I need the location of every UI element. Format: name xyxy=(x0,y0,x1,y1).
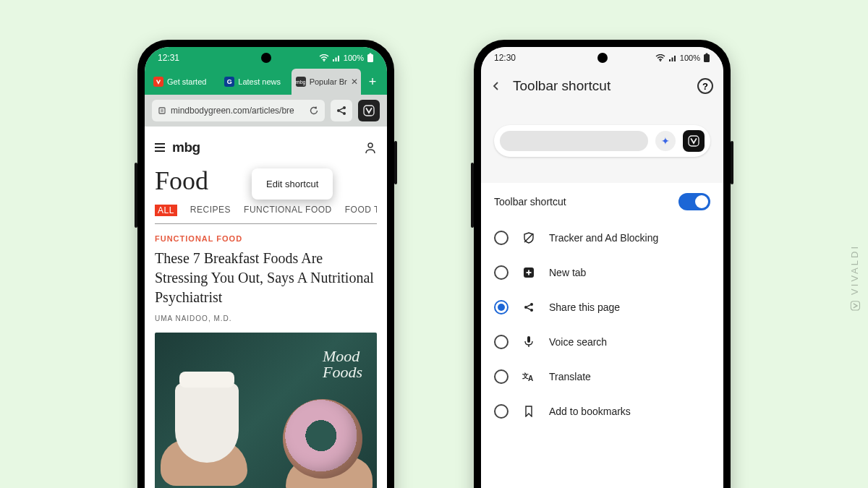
share-button[interactable] xyxy=(331,100,352,121)
tab-get-started[interactable]: Get started xyxy=(149,69,218,95)
svg-line-10 xyxy=(340,111,344,114)
svg-text:A: A xyxy=(528,374,533,382)
mbg-favicon: mbg xyxy=(296,77,306,87)
svg-rect-15 xyxy=(706,53,708,55)
reload-icon[interactable] xyxy=(309,106,319,116)
bookmark-icon xyxy=(522,406,536,417)
tab-strip: Get started G Latest news mbg Popular Br… xyxy=(145,69,387,95)
page-title: Toolbar shortcut xyxy=(513,78,610,94)
preview-url-field xyxy=(500,131,648,151)
svg-line-24 xyxy=(527,305,531,307)
address-bar: mindbodygreen.com/articles/bre xyxy=(145,95,387,127)
app-bar: Toolbar shortcut ? xyxy=(481,69,723,103)
option-translate[interactable]: 文A Translate xyxy=(481,359,723,394)
help-icon[interactable]: ? xyxy=(697,78,713,94)
new-tab-button[interactable]: + xyxy=(362,69,383,95)
signal-icon xyxy=(668,54,677,61)
menu-icon[interactable] xyxy=(155,143,165,152)
shield-slash-icon xyxy=(522,231,536,244)
battery-icon xyxy=(367,53,374,63)
status-time: 12:30 xyxy=(494,53,516,63)
svg-rect-26 xyxy=(527,336,530,343)
option-label: Share this page xyxy=(549,301,620,313)
vivaldi-menu-button[interactable] xyxy=(358,100,380,121)
article-kicker: FUNCTIONAL FOOD xyxy=(155,234,377,243)
radio-button[interactable] xyxy=(494,231,509,245)
svg-rect-11 xyxy=(364,106,374,116)
svg-rect-30 xyxy=(851,301,859,309)
svg-point-22 xyxy=(530,303,533,306)
option-label: Translate xyxy=(549,371,591,382)
toolbar-preview: ✦ xyxy=(481,103,723,183)
url-field[interactable]: mindbodygreen.com/articles/bre xyxy=(152,100,325,121)
vivaldi-favicon xyxy=(153,77,163,87)
svg-point-12 xyxy=(368,143,373,147)
account-icon[interactable] xyxy=(364,141,377,154)
svg-rect-1 xyxy=(367,54,373,62)
back-icon[interactable] xyxy=(491,81,501,91)
option-label: Add to bookmarks xyxy=(549,406,631,417)
url-text: mindbodygreen.com/articles/bre xyxy=(171,106,305,116)
svg-point-0 xyxy=(323,60,325,61)
radio-button[interactable] xyxy=(494,404,509,419)
svg-line-25 xyxy=(527,308,531,310)
battery-icon xyxy=(703,53,710,63)
category-nav: ALL RECIPES FUNCTIONAL FOOD FOOD TR xyxy=(155,205,377,216)
phone-settings: 12:30 100% Toolbar shortcut ? ✦ xyxy=(474,40,731,488)
sparkle-icon: ✦ xyxy=(655,131,676,151)
category-functional[interactable]: FUNCTIONAL FOOD xyxy=(244,205,332,216)
guardian-favicon: G xyxy=(224,77,234,87)
svg-rect-16 xyxy=(689,136,699,146)
svg-point-8 xyxy=(343,112,346,115)
share-icon xyxy=(336,105,347,116)
option-label: New tab xyxy=(549,267,586,278)
option-tracker-blocking[interactable]: Tracker and Ad Blocking xyxy=(481,221,723,255)
shortcut-popover[interactable]: Edit shortcut xyxy=(252,168,333,200)
camera-notch xyxy=(597,53,608,63)
status-battery: 100% xyxy=(680,53,700,62)
divider xyxy=(155,223,377,224)
share-icon xyxy=(522,301,536,313)
option-share-page[interactable]: Share this page xyxy=(481,290,723,325)
tab-latest-news[interactable]: G Latest news xyxy=(220,69,289,95)
status-battery: 100% xyxy=(344,53,364,62)
option-label: Tracker and Ad Blocking xyxy=(549,232,658,244)
category-recipes[interactable]: RECIPES xyxy=(190,205,231,216)
translate-icon: 文A xyxy=(522,371,536,382)
signal-icon xyxy=(332,54,341,61)
toolbar-shortcut-toggle-row: Toolbar shortcut xyxy=(481,183,723,221)
toggle-switch[interactable] xyxy=(678,193,710,210)
category-all[interactable]: ALL xyxy=(155,205,177,216)
tab-popular[interactable]: mbg Popular Br ✕ xyxy=(292,69,361,95)
option-label: Voice search xyxy=(549,336,607,348)
popover-label: Edit shortcut xyxy=(266,179,318,189)
status-time: 12:31 xyxy=(158,53,179,63)
mic-icon xyxy=(522,335,536,348)
svg-rect-14 xyxy=(704,54,710,62)
close-icon[interactable]: ✕ xyxy=(351,77,358,87)
tab-label: Popular Br xyxy=(310,77,347,86)
svg-point-7 xyxy=(343,106,346,109)
svg-line-9 xyxy=(340,108,344,111)
site-brand[interactable]: mbg xyxy=(172,140,200,155)
image-overlay-text: Mood Foods xyxy=(323,348,362,380)
plus-square-icon xyxy=(522,267,536,278)
svg-point-23 xyxy=(530,309,533,312)
option-add-bookmark[interactable]: Add to bookmarks xyxy=(481,394,723,429)
wifi-icon xyxy=(655,54,665,61)
tab-label: Latest news xyxy=(238,77,281,86)
radio-button[interactable] xyxy=(494,265,509,280)
category-trends[interactable]: FOOD TR xyxy=(345,205,377,216)
svg-rect-2 xyxy=(370,53,372,55)
article-image[interactable]: Mood Foods xyxy=(155,333,377,488)
camera-notch xyxy=(261,53,271,63)
option-new-tab[interactable]: New tab xyxy=(481,255,723,290)
option-voice-search[interactable]: Voice search xyxy=(481,325,723,359)
article-headline[interactable]: These 7 Breakfast Foods Are Stressing Yo… xyxy=(155,249,377,307)
vivaldi-watermark: VIVALDI xyxy=(850,244,861,311)
radio-button[interactable] xyxy=(494,335,509,349)
radio-button[interactable] xyxy=(494,300,509,314)
vivaldi-icon xyxy=(683,130,705,152)
site-info-icon xyxy=(158,106,166,115)
radio-button[interactable] xyxy=(494,369,509,384)
